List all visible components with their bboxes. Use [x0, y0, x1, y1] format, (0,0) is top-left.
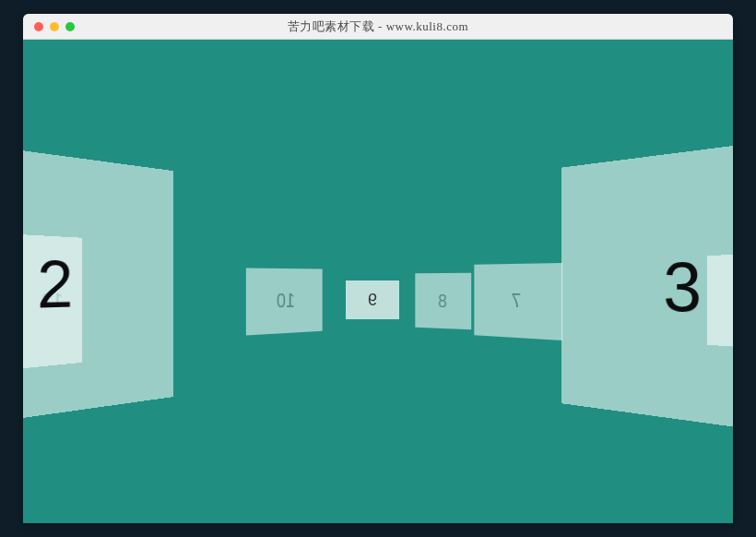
- carousel-card-7[interactable]: 7: [474, 263, 562, 340]
- carousel-card-10[interactable]: 10: [246, 268, 323, 335]
- close-icon[interactable]: [34, 22, 43, 31]
- card-label: 9: [368, 291, 377, 310]
- title-bar: 苦力吧素材下载 - www.kuli8.com: [23, 14, 733, 40]
- carousel-card-9[interactable]: 9: [346, 280, 399, 319]
- viewport: 12 2 10 9 8 7 3 6: [23, 40, 733, 523]
- carousel-scene[interactable]: 12 2 10 9 8 7 3 6: [23, 40, 733, 523]
- card-label: 7: [512, 289, 522, 313]
- minimize-icon[interactable]: [50, 22, 59, 31]
- card-label: 8: [438, 290, 447, 311]
- card-label: 10: [277, 289, 295, 313]
- carousel-card-8[interactable]: 8: [415, 273, 471, 330]
- browser-window: 苦力吧素材下载 - www.kuli8.com 12 2 10 9 8 7: [23, 14, 733, 523]
- carousel-card-6[interactable]: 6: [707, 254, 733, 349]
- card-label: 3: [663, 245, 702, 328]
- card-label: 2: [37, 245, 73, 323]
- zoom-icon[interactable]: [65, 22, 75, 31]
- traffic-lights: [23, 22, 75, 31]
- carousel-card-2[interactable]: 2: [23, 134, 173, 436]
- window-title: 苦力吧素材下载 - www.kuli8.com: [23, 18, 733, 35]
